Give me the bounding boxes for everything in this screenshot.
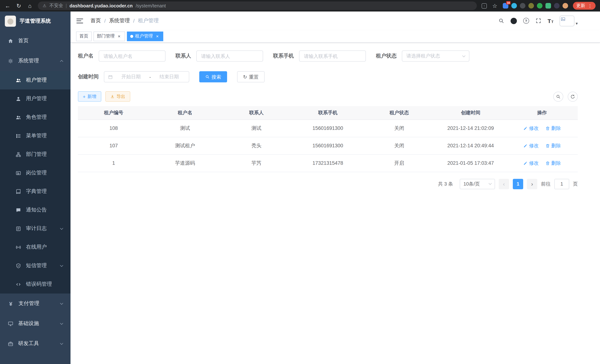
page-size-value: 10条/页 <box>463 180 480 187</box>
sidebar-item-tenant-management[interactable]: 租户管理 <box>0 71 71 89</box>
github-icon[interactable] <box>511 18 517 24</box>
extension-icon[interactable]: 10 <box>503 3 508 9</box>
extension-icon[interactable] <box>520 3 525 9</box>
sidebar-item-payment[interactable]: ¥ 支付管理 <box>0 293 71 314</box>
export-label: 导出 <box>116 94 125 99</box>
table-row: 1 芋道源码 芋艿 17321315478 开启 2021-01-05 17:0… <box>78 154 578 172</box>
profile-avatar[interactable] <box>562 3 568 9</box>
cell-phone: 17321315478 <box>292 154 364 172</box>
bookmark-star-icon[interactable]: ☆ <box>492 3 498 9</box>
help-icon[interactable]: ? <box>523 18 529 24</box>
search-icon[interactable] <box>498 18 504 24</box>
date-range-picker[interactable]: 开始日期 - 结束日期 <box>104 71 189 82</box>
chevron-down-icon <box>60 226 63 230</box>
font-size-icon[interactable]: TT <box>548 18 553 24</box>
sidebar-item-dev-tools[interactable]: 研发工具 <box>0 334 71 354</box>
page-content: 租户名 联系人 联系手机 租户状态 请选择租户状态 <box>71 43 600 364</box>
tenant-table: 租户编号 租户名 联系人 联系手机 租户状态 创建时间 操作 108 测试 <box>78 106 578 172</box>
sidebar-item-label: 短信管理 <box>26 262 47 269</box>
reload-button-icon[interactable]: ↻ <box>16 3 22 9</box>
back-button-icon[interactable]: ← <box>4 3 11 9</box>
cell-actions: 修改 删除 <box>506 120 578 137</box>
col-tenant-name: 租户名 <box>149 106 221 120</box>
delete-link[interactable]: 删除 <box>545 142 561 149</box>
update-button[interactable]: 更新 ⋮ <box>573 2 596 10</box>
extension-icon[interactable] <box>528 3 534 9</box>
prev-icon: ‹ <box>503 181 505 187</box>
cell-tenant-id: 107 <box>78 137 149 154</box>
org-tree-icon <box>16 152 21 157</box>
breadcrumb-current: 租户管理 <box>138 18 159 24</box>
edit-link[interactable]: 修改 <box>523 142 539 149</box>
tab-label: 部门管理 <box>97 33 115 39</box>
sidebar-item-dict-management[interactable]: 字典管理 <box>0 182 71 201</box>
sidebar-item-user-management[interactable]: 用户管理 <box>0 89 71 108</box>
delete-link[interactable]: 删除 <box>545 125 561 131</box>
hamburger-icon[interactable] <box>76 18 83 23</box>
sidebar-item-audit-log[interactable]: 审计日志 <box>0 219 71 238</box>
edit-link[interactable]: 修改 <box>523 125 539 131</box>
sidebar-item-infrastructure[interactable]: 基础设施 <box>0 314 71 334</box>
menu-kebab-icon[interactable]: ⋮ <box>588 3 592 8</box>
contact-input[interactable] <box>196 50 263 62</box>
phone-input[interactable] <box>299 50 366 62</box>
extension-icon[interactable] <box>554 3 560 9</box>
tab-tenant-management[interactable]: 租户管理 × <box>127 31 163 41</box>
prev-page-button[interactable]: ‹ <box>499 179 509 189</box>
tab-dept-management[interactable]: 部门管理 × <box>94 31 125 41</box>
sidebar-item-sms-management[interactable]: 短信管理 <box>0 256 71 275</box>
sidebar-item-menu-management[interactable]: 菜单管理 <box>0 127 71 145</box>
update-label: 更新 <box>576 3 585 9</box>
page-size-select[interactable]: 10条/页 <box>460 179 495 189</box>
col-actions: 操作 <box>506 106 578 120</box>
yen-icon: ¥ <box>8 300 14 307</box>
sidebar-item-label: 用户管理 <box>26 95 47 102</box>
tab-label: 首页 <box>79 33 88 39</box>
sidebar-item-online-users[interactable]: 在线用户 <box>0 238 71 256</box>
sidebar-item-error-code[interactable]: 错误码管理 <box>0 275 71 293</box>
field-label: 创建时间 <box>78 74 99 80</box>
filter-tenant-name: 租户名 <box>78 50 166 62</box>
extension-icon[interactable] <box>511 3 517 9</box>
sidebar-item-home[interactable]: 首页 <box>0 31 71 51</box>
next-page-button[interactable]: › <box>527 179 537 189</box>
sidebar-item-post-management[interactable]: 岗位管理 <box>0 164 71 182</box>
search-button[interactable]: 搜索 <box>199 71 227 82</box>
tenant-name-input[interactable] <box>99 50 166 62</box>
delete-link[interactable]: 删除 <box>545 160 561 166</box>
reset-button[interactable]: ↻ 重置 <box>237 71 264 82</box>
sidebar-item-dept-management[interactable]: 部门管理 <box>0 145 71 164</box>
sidebar-item-label: 支付管理 <box>19 300 39 307</box>
sidebar-item-notice[interactable]: 通知公告 <box>0 201 71 219</box>
close-icon[interactable]: × <box>155 34 160 39</box>
cell-actions: 修改 删除 <box>506 154 578 172</box>
navbar-actions: ? TT ▾ <box>498 15 578 26</box>
address-bar[interactable]: ⚠ 不安全 dashboard.yudao.iocoder.cn/system/… <box>38 1 477 10</box>
goto-page-input[interactable] <box>554 179 569 189</box>
home-button-icon[interactable]: ⌂ <box>27 3 33 9</box>
edit-link[interactable]: 修改 <box>523 160 539 166</box>
add-button[interactable]: + 新增 <box>78 91 101 102</box>
breadcrumb-system[interactable]: 系统管理 <box>109 18 130 24</box>
avatar[interactable] <box>560 15 575 26</box>
sidebar-item-system-management[interactable]: 系统管理 <box>0 51 71 71</box>
toggle-search-button[interactable] <box>553 92 563 102</box>
search-icon <box>205 75 210 79</box>
export-button[interactable]: 导出 <box>105 91 130 102</box>
extension-icon[interactable] <box>545 3 551 9</box>
calendar-icon <box>108 75 113 79</box>
menu-list-icon <box>16 133 21 139</box>
user-avatar-menu[interactable]: ▾ <box>560 15 578 26</box>
page-number-button[interactable]: 1 <box>513 179 523 189</box>
share-icon[interactable]: ↑ <box>482 3 487 8</box>
status-select[interactable]: 请选择租户状态 <box>402 50 469 62</box>
fullscreen-icon[interactable] <box>535 18 541 24</box>
close-icon[interactable]: × <box>116 34 122 39</box>
refresh-table-button[interactable] <box>568 92 578 102</box>
cell-phone: 15601691300 <box>292 137 364 154</box>
breadcrumb-home[interactable]: 首页 <box>91 18 101 24</box>
filter-phone: 联系手机 <box>273 50 366 62</box>
sidebar-item-role-management[interactable]: 角色管理 <box>0 108 71 127</box>
tab-home[interactable]: 首页 <box>76 31 92 41</box>
extension-icon[interactable] <box>537 3 543 9</box>
